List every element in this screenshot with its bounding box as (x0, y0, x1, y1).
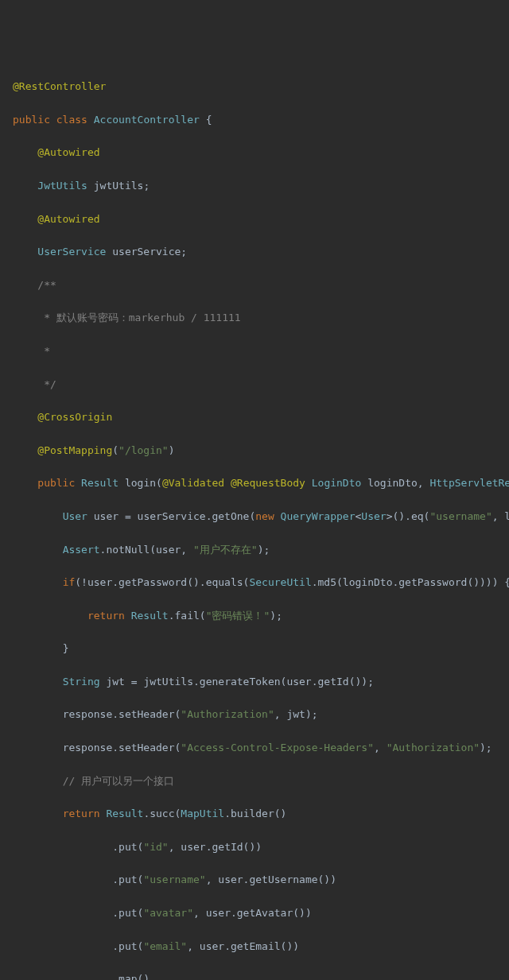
code-token: User (361, 510, 386, 522)
code-line: } (13, 641, 496, 657)
code-token: @Autowired (37, 146, 99, 158)
code-line: if(!user.getPassword().equals(SecureUtil… (13, 575, 496, 591)
code-token: LoginDto (312, 477, 362, 489)
code-token: @Validated (162, 477, 224, 489)
code-token: .fail( (169, 610, 206, 622)
code-token: /** (37, 279, 56, 291)
code-token: "/login" (119, 444, 169, 456)
code-token: .md5(loginDto.getPassword()))) { (312, 576, 509, 588)
code-line (13, 856, 496, 873)
code-token (224, 477, 231, 489)
code-token: loginDto, (361, 477, 429, 489)
code-token: ); (258, 544, 270, 556)
code-token: response.setHeader( (63, 708, 181, 720)
code-token: .map() (112, 973, 150, 980)
code-token: // 用户可以另一个接口 (63, 775, 174, 787)
code-line: return Result.fail("密码错误！"); (13, 608, 496, 625)
code-line (13, 426, 496, 443)
code-line (13, 525, 496, 542)
code-token: .put( (112, 907, 143, 919)
code-line (13, 624, 496, 641)
code-line: String jwt = jwtUtils.generateToken(user… (13, 674, 496, 691)
code-line (13, 889, 496, 905)
code-token: Assert (63, 544, 100, 556)
code-line (13, 591, 496, 608)
code-line: * (13, 343, 496, 360)
code-token: String (63, 676, 100, 688)
code-token: User (63, 510, 87, 522)
code-token: "密码错误！" (206, 610, 270, 622)
code-token: Result (106, 808, 143, 819)
code-token: , loginD (492, 510, 509, 522)
code-token: "email" (143, 940, 187, 952)
code-token: @RestController (13, 80, 106, 92)
code-token: ); (480, 742, 492, 753)
code-line (13, 459, 496, 476)
code-line (13, 823, 496, 839)
code-token: user = userService.getOne( (87, 510, 255, 522)
code-token: return (87, 610, 125, 622)
code-token: new (255, 510, 274, 522)
code-token: (!user.getPassword().equals( (75, 576, 249, 588)
code-token: * 默认账号密码：markerhub / 111111 (37, 312, 240, 323)
code-token: >().eq( (387, 510, 430, 522)
code-token: * (37, 345, 50, 357)
code-token: @Autowired (37, 213, 99, 225)
code-token: @PostMapping (37, 444, 112, 456)
code-token: class (56, 114, 87, 126)
code-line: return Result.succ(MapUtil.builder() (13, 806, 496, 823)
code-token: login( (119, 477, 162, 489)
code-token: , jwt); (274, 708, 318, 720)
code-line (13, 657, 496, 674)
code-line (13, 558, 496, 575)
code-line: UserService userService; (13, 244, 496, 261)
code-token: .notNull(user, (100, 544, 193, 556)
code-token: "username" (429, 510, 492, 522)
code-line: .put("email", user.getEmail()) (13, 939, 496, 955)
code-line: .map() (13, 971, 496, 980)
code-token: SecureUtil (249, 576, 311, 588)
code-line: .put("id", user.getId()) (13, 839, 496, 856)
code-line (13, 492, 496, 509)
code-token: response.setHeader( (63, 742, 181, 753)
code-token: ); (270, 610, 282, 622)
code-token: jwtUtils; (87, 180, 150, 192)
code-editor[interactable]: @RestController public class AccountCont… (13, 79, 496, 980)
code-token: userService; (106, 246, 187, 258)
code-token: MapUtil (181, 808, 224, 819)
code-token: { (200, 114, 212, 126)
code-token: ( (112, 444, 119, 456)
code-token: */ (37, 378, 56, 390)
code-line: @RestController (13, 79, 496, 95)
code-token: , (374, 742, 387, 753)
code-token: .put( (112, 873, 143, 885)
code-line: public class AccountController { (13, 112, 496, 129)
code-line: public Result login(@Validated @RequestB… (13, 475, 496, 492)
code-line (13, 261, 496, 277)
code-token (305, 477, 312, 489)
code-line: /** (13, 277, 496, 294)
code-token (125, 610, 131, 622)
code-token: , user.getUsername()) (206, 873, 336, 885)
code-token: , user.getEmail()) (187, 940, 299, 952)
code-token: .put( (112, 940, 143, 952)
code-line (13, 393, 496, 409)
code-line: Assert.notNull(user, "用户不存在"); (13, 542, 496, 559)
code-line (13, 757, 496, 773)
code-line (13, 327, 496, 343)
code-line: response.setHeader("Access-Control-Expos… (13, 740, 496, 757)
code-token (50, 114, 56, 126)
code-line: @PostMapping("/login") (13, 443, 496, 459)
code-token (75, 477, 81, 489)
code-line (13, 129, 496, 145)
code-token: Result (131, 610, 169, 622)
code-token: HttpServletResponse (429, 477, 509, 489)
code-token: .succ( (143, 808, 181, 819)
code-line: @CrossOrigin (13, 409, 496, 426)
code-token: , user.getId()) (169, 841, 262, 853)
code-line: JwtUtils jwtUtils; (13, 178, 496, 195)
code-token: .builder() (224, 808, 286, 819)
code-line: * 默认账号密码：markerhub / 111111 (13, 310, 496, 327)
code-token (87, 114, 94, 126)
code-token: } (63, 642, 69, 654)
